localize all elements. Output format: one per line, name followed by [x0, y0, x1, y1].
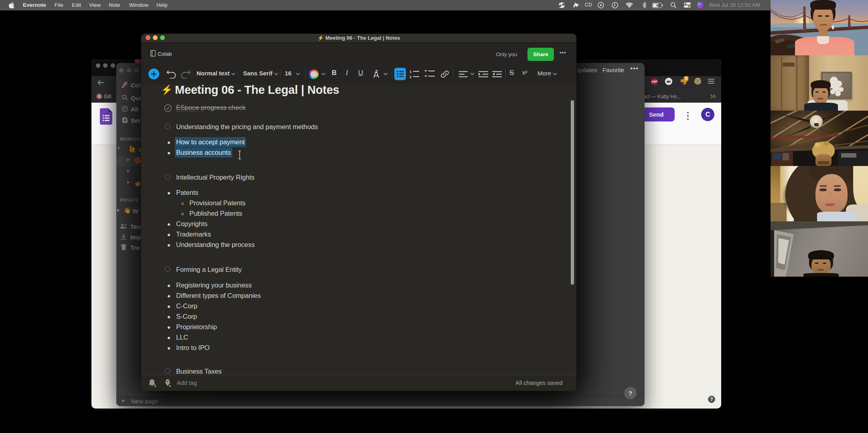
svg-text:1: 1	[685, 77, 688, 80]
svg-text:1: 1	[410, 70, 412, 74]
svg-text:2: 2	[410, 75, 412, 79]
